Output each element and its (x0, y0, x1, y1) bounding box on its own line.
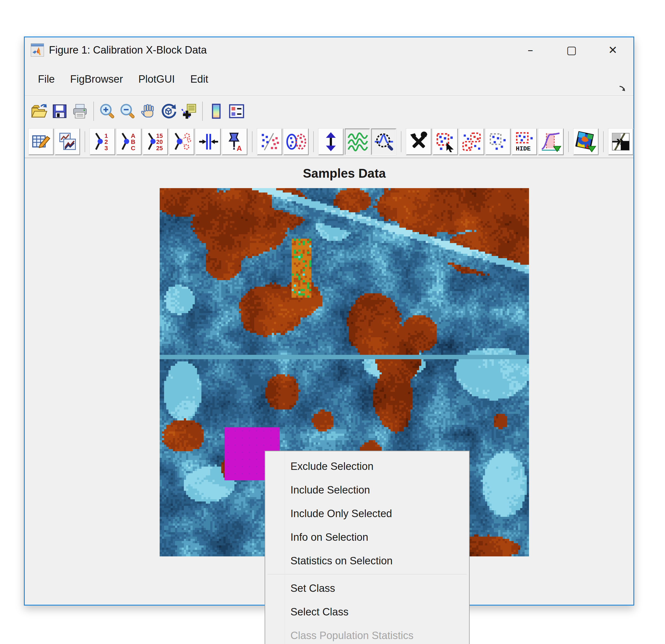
insert-colorbar-button[interactable] (206, 100, 226, 123)
rescale-y-button[interactable] (319, 129, 343, 155)
svg-text:B: B (131, 138, 135, 145)
analysis-tools-icon (408, 131, 429, 152)
svg-text:20: 20 (156, 139, 163, 145)
svg-text:25: 25 (156, 145, 163, 152)
select-by-number-button[interactable]: 1 2 3 (90, 129, 115, 155)
rotate-3d-icon (160, 103, 177, 120)
menu-item-statistics-on-selection[interactable]: Statistics on Selection (265, 549, 469, 572)
analysis-tools-button[interactable] (406, 129, 431, 155)
select-data-cursor-icon (435, 131, 456, 152)
select-by-value-button[interactable]: 15 20 25 (143, 129, 168, 155)
svg-text:A: A (236, 144, 242, 152)
toolbar-separator (568, 131, 569, 152)
collapse-axis-icon (198, 131, 219, 152)
edit-dataset-button[interactable] (28, 129, 54, 155)
print-button[interactable] (70, 100, 90, 123)
svg-text:15: 15 (156, 133, 163, 139)
svg-text:2: 2 (104, 138, 108, 145)
data-cursor-button[interactable] (178, 100, 199, 123)
view-spectra-button[interactable] (345, 129, 370, 155)
svg-text:3: 3 (104, 145, 108, 152)
svg-text:A: A (131, 132, 135, 139)
title-bar[interactable]: Figure 1: Calibration X-Block Data – ▢ ✕ (25, 37, 633, 63)
select-data-cursor-button[interactable] (433, 129, 458, 155)
close-button[interactable]: ✕ (592, 37, 633, 63)
menu-item-class-population-statistics: Class Population Statistics (265, 624, 469, 644)
menu-item-info-on-selection[interactable]: Info on Selection (265, 525, 469, 549)
toolbar-separator (401, 131, 401, 152)
zoom-out-button[interactable] (118, 100, 138, 123)
scatter-class-split-icon (259, 131, 280, 152)
svg-text:C: C (131, 145, 135, 152)
figure-toolbar (25, 97, 633, 126)
toolbar-overflow-button[interactable]: » (616, 134, 624, 148)
collapse-axis-button[interactable] (196, 129, 221, 155)
print-icon (72, 103, 89, 120)
minimize-button[interactable]: – (510, 37, 551, 63)
pan-button[interactable] (138, 100, 158, 123)
maximize-button[interactable]: ▢ (551, 37, 592, 63)
save-icon (51, 103, 68, 120)
data-cursor-icon (180, 103, 197, 120)
insert-legend-button[interactable] (226, 100, 247, 123)
menu-bar: File FigBrowser PlotGUI Edit (25, 63, 633, 96)
menu-item-include-selection[interactable]: Include Selection (265, 478, 469, 502)
select-by-number-icon: 1 2 3 (92, 131, 113, 152)
menu-item-set-class[interactable]: Set Class (265, 577, 469, 600)
context-menu-separator (267, 574, 467, 575)
zoom-in-button[interactable] (97, 100, 118, 123)
select-similar-button[interactable] (169, 129, 194, 155)
menu-item-exclude-selection[interactable]: Exclude Selection (265, 454, 469, 478)
open-file-button[interactable] (29, 100, 50, 123)
select-by-letter-icon: A B C (118, 131, 139, 152)
toolbar-separator (84, 131, 85, 152)
select-by-letter-button[interactable]: A B C (116, 129, 141, 155)
annotate-pin-icon: A (224, 131, 245, 152)
reduce-curve-button[interactable] (538, 129, 563, 155)
menu-figbrowser[interactable]: FigBrowser (70, 73, 123, 85)
toolbar-separator (93, 102, 94, 121)
deselect-points-icon (488, 131, 509, 152)
annotate-pin-button[interactable]: A (222, 129, 247, 155)
menu-item-select-class[interactable]: Select Class (265, 600, 469, 624)
image-map-icon (575, 131, 596, 152)
matlab-logo-icon (31, 43, 44, 57)
rotate-3d-button[interactable] (158, 100, 178, 123)
plot-browser-icon (57, 131, 78, 152)
hide-selection-button[interactable]: HIDE (512, 129, 537, 155)
plot-title: Samples Data (160, 166, 529, 181)
context-menu-gutter (265, 451, 285, 644)
menu-file[interactable]: File (38, 73, 55, 85)
select-by-value-icon: 15 20 25 (145, 131, 166, 152)
select-regions-button[interactable] (459, 129, 484, 155)
edit-dataset-icon (31, 131, 52, 152)
pan-hand-icon (139, 103, 157, 120)
open-file-icon (31, 103, 48, 120)
view-spectra-icon (347, 131, 368, 152)
select-similar-icon (171, 131, 192, 152)
save-button[interactable] (50, 100, 70, 123)
plotgui-toolbar: 1 2 3 A B C 15 20 25 (25, 126, 633, 158)
plot-browser-button[interactable] (55, 129, 80, 155)
scatter-class-split-button[interactable] (257, 129, 282, 155)
svg-text:1: 1 (104, 132, 108, 139)
hide-selection-icon: HIDE (514, 131, 535, 152)
reduce-curve-icon (540, 131, 562, 152)
image-map-button[interactable] (573, 129, 598, 155)
deselect-points-button[interactable] (486, 129, 511, 155)
legend-icon (228, 103, 245, 120)
peak-zoom-button[interactable] (371, 129, 396, 155)
toolbar-separator (313, 131, 314, 152)
colorbar-icon (208, 103, 225, 120)
dock-figure-arrow-icon[interactable] (619, 84, 627, 93)
rescale-y-icon (320, 131, 341, 152)
menu-plotgui[interactable]: PlotGUI (138, 73, 175, 85)
selection-context-menu: Exclude Selection Include Selection Incl… (265, 451, 470, 644)
menu-item-include-only-selected[interactable]: Include Only Selected (265, 502, 469, 525)
select-regions-icon (461, 131, 482, 152)
class-ellipses-icon (286, 131, 306, 152)
peak-zoom-icon (374, 131, 394, 152)
toolbar-separator (202, 102, 203, 121)
menu-edit[interactable]: Edit (190, 73, 208, 85)
class-ellipses-button[interactable] (284, 129, 309, 155)
